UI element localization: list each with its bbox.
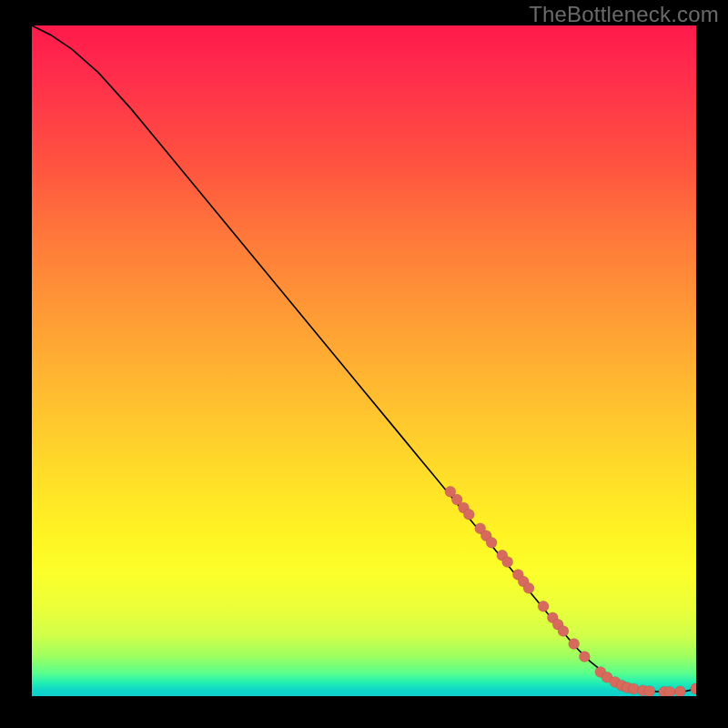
data-dot	[644, 685, 655, 696]
data-dot	[569, 639, 580, 650]
data-dot	[664, 686, 675, 696]
chart-frame: TheBottleneck.com	[0, 0, 728, 728]
bottleneck-curve-line	[32, 25, 696, 692]
data-dot	[502, 557, 513, 568]
data-dot	[674, 686, 685, 696]
data-dot	[486, 537, 497, 548]
data-dot	[538, 601, 549, 612]
data-dot	[523, 582, 534, 593]
data-dot	[579, 652, 590, 662]
plot-area	[32, 25, 696, 696]
data-dot	[558, 626, 569, 637]
chart-overlay	[32, 25, 696, 696]
data-dot	[463, 509, 474, 520]
watermark-text: TheBottleneck.com	[529, 2, 719, 27]
data-dot	[691, 683, 696, 694]
data-dot	[628, 683, 639, 694]
data-dots-group	[445, 486, 696, 696]
